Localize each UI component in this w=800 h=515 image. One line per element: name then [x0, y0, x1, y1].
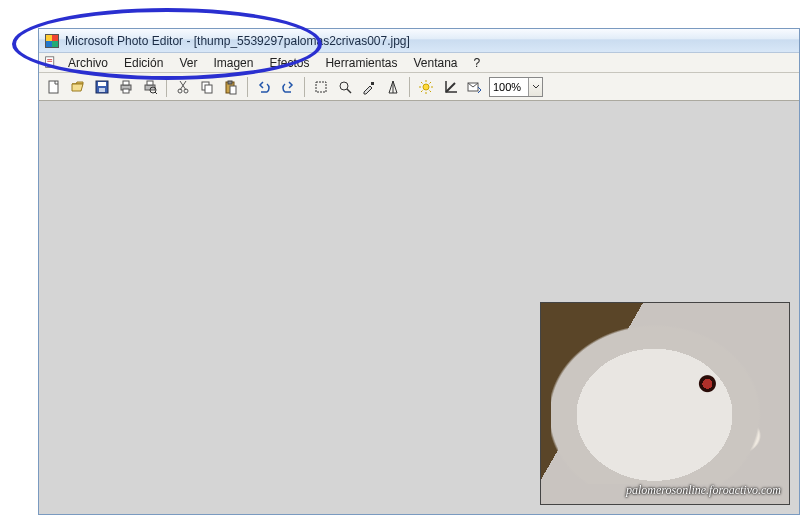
sharpen-icon[interactable]: [382, 76, 404, 98]
svg-rect-6: [99, 88, 105, 92]
svg-rect-11: [147, 81, 153, 85]
svg-line-34: [430, 82, 432, 84]
svg-rect-5: [98, 82, 106, 86]
save-icon[interactable]: [91, 76, 113, 98]
svg-line-31: [421, 82, 423, 84]
separator: [409, 77, 410, 97]
menu-ver[interactable]: Ver: [172, 55, 204, 71]
window-title: Microsoft Photo Editor - [thump_5539297p…: [65, 34, 410, 48]
menu-help[interactable]: ?: [467, 55, 488, 71]
svg-rect-2: [47, 61, 52, 62]
titlebar: Microsoft Photo Editor - [thump_5539297p…: [39, 29, 799, 53]
svg-point-26: [423, 84, 429, 90]
print-preview-icon[interactable]: [139, 76, 161, 98]
svg-point-22: [340, 82, 348, 90]
zoom-input[interactable]: [490, 81, 528, 93]
separator: [166, 77, 167, 97]
menu-herramientas[interactable]: Herramientas: [318, 55, 404, 71]
embedded-photo: palomerosonline.foroactivo.com: [540, 302, 790, 505]
svg-line-23: [347, 89, 351, 93]
redo-icon[interactable]: [277, 76, 299, 98]
svg-rect-24: [371, 82, 374, 85]
menu-efectos[interactable]: Efectos: [262, 55, 316, 71]
watermark-text: palomerosonline.foroactivo.com: [626, 483, 781, 498]
brightness-icon[interactable]: [415, 76, 437, 98]
undo-icon[interactable]: [253, 76, 275, 98]
open-icon[interactable]: [67, 76, 89, 98]
svg-rect-1: [47, 59, 52, 60]
svg-rect-20: [230, 86, 236, 94]
svg-rect-9: [123, 89, 129, 93]
cut-icon[interactable]: [172, 76, 194, 98]
copy-icon[interactable]: [196, 76, 218, 98]
zoom-combobox[interactable]: [489, 77, 543, 97]
menu-ventana[interactable]: Ventana: [406, 55, 464, 71]
svg-line-32: [430, 90, 432, 92]
menu-archivo[interactable]: Archivo: [61, 55, 115, 71]
menu-edicion[interactable]: Edición: [117, 55, 170, 71]
eyedropper-icon[interactable]: [358, 76, 380, 98]
svg-rect-19: [228, 81, 232, 84]
select-rect-icon[interactable]: [310, 76, 332, 98]
svg-line-33: [421, 90, 423, 92]
new-icon[interactable]: [43, 76, 65, 98]
separator: [247, 77, 248, 97]
svg-rect-17: [205, 85, 212, 93]
menubar: Archivo Edición Ver Imagen Efectos Herra…: [39, 53, 799, 73]
svg-rect-8: [123, 81, 129, 85]
document-icon: [43, 56, 57, 70]
chevron-down-icon[interactable]: [528, 78, 542, 96]
crop-icon[interactable]: [439, 76, 461, 98]
pigeon-image: [551, 311, 781, 484]
svg-rect-0: [45, 57, 53, 68]
svg-rect-3: [49, 81, 58, 93]
menu-imagen[interactable]: Imagen: [206, 55, 260, 71]
zoom-icon[interactable]: [334, 76, 356, 98]
svg-rect-21: [316, 82, 326, 92]
send-icon[interactable]: [463, 76, 485, 98]
toolbar: [39, 73, 799, 101]
app-icon: [45, 34, 59, 48]
paste-icon[interactable]: [220, 76, 242, 98]
print-icon[interactable]: [115, 76, 137, 98]
svg-line-13: [155, 92, 157, 94]
separator: [304, 77, 305, 97]
